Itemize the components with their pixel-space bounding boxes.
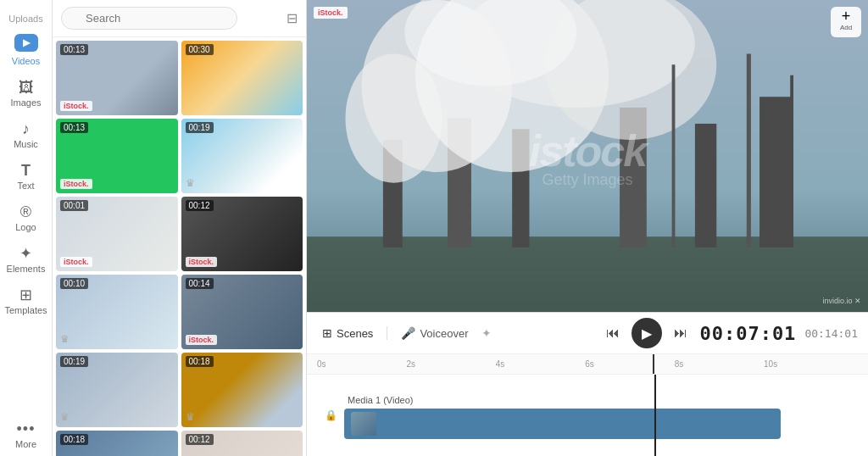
tab-separator — [387, 326, 387, 340]
list-item[interactable]: 00:13 iStock. — [56, 119, 178, 193]
istock-badge: iStock. — [60, 257, 92, 267]
sidebar-item-music[interactable]: ♪ Music — [0, 114, 52, 156]
video-duration: 00:13 — [60, 122, 88, 133]
video-duration: 00:19 — [186, 122, 214, 133]
ruler-mark-0s: 0s — [317, 359, 326, 369]
videos-label: Videos — [12, 56, 40, 66]
video-grid: 00:13 iStock. 00:30 00:13 iStock. 00:19 … — [53, 37, 306, 456]
timeline-ruler: 0s 2s 4s 6s 8s 10s — [307, 354, 868, 375]
istock-preview-badge: iStock. — [314, 7, 348, 19]
elements-icon: ✦ — [19, 246, 32, 261]
skip-back-button[interactable]: ⏮ — [603, 322, 623, 344]
magic-wand-icon[interactable]: ✦ — [481, 326, 492, 340]
text-label: Text — [17, 181, 34, 191]
ruler-mark-2s: 2s — [406, 359, 415, 369]
crown-icon: ♛ — [60, 333, 70, 345]
video-duration: 00:30 — [186, 44, 214, 55]
ruler-marks: 0s 2s 4s 6s 8s 10s — [317, 359, 858, 369]
templates-icon: ⊞ — [19, 287, 32, 303]
add-label: Add — [840, 24, 852, 31]
ruler-playhead — [653, 354, 654, 374]
uploads-label: Uploads — [0, 7, 52, 27]
ruler-inner: 0s 2s 4s 6s 8s 10s — [317, 354, 858, 374]
video-duration: 00:13 — [60, 44, 88, 55]
skip-forward-button[interactable]: ⏭ — [670, 322, 691, 344]
ruler-mark-10s: 10s — [764, 359, 777, 369]
images-label: Images — [10, 97, 41, 108]
istock-badge: iStock. — [186, 257, 218, 267]
list-item[interactable]: 00:30 — [181, 41, 303, 115]
tab-scenes[interactable]: ⊞ Scenes — [317, 324, 378, 342]
search-wrapper: 🔍 — [61, 7, 281, 30]
sidebar-item-videos[interactable]: ▶ Videos — [0, 27, 52, 73]
crown-icon: ♛ — [186, 177, 195, 189]
sidebar-item-text[interactable]: T Text — [0, 156, 52, 197]
video-duration: 00:12 — [186, 434, 214, 445]
music-icon: ♪ — [22, 121, 30, 136]
voiceover-label: Voiceover — [420, 327, 468, 340]
crown-icon: ♛ — [186, 411, 195, 423]
video-duration: 00:01 — [60, 200, 88, 211]
video-duration: 00:12 — [186, 200, 214, 211]
track-content: Media 1 (Video) — [344, 375, 858, 456]
add-button[interactable]: + Add — [831, 7, 861, 37]
videos-icon: ▶ — [14, 34, 38, 52]
ruler-mark-4s: 4s — [496, 359, 505, 369]
search-input[interactable] — [61, 7, 237, 30]
invidio-badge: invidio.io ✕ — [822, 297, 861, 305]
timeline-area: ⊞ Scenes 🎤 Voiceover ✦ ⏮ ▶ ⏭ 00:07:01 00… — [307, 312, 868, 456]
play-button[interactable]: ▶ — [632, 318, 662, 348]
crown-icon: ♛ — [60, 411, 70, 423]
track-header: Media 1 (Video) — [344, 392, 858, 405]
list-item[interactable]: 00:10 ♛ — [56, 275, 178, 349]
sidebar-item-elements[interactable]: ✦ Elements — [0, 239, 52, 281]
list-item[interactable]: 00:19 ♛ — [56, 353, 178, 427]
video-duration: 00:14 — [186, 278, 214, 289]
svg-rect-7 — [760, 97, 792, 247]
music-label: Music — [14, 139, 38, 149]
images-icon: 🖼 — [19, 80, 34, 95]
sidebar-item-images[interactable]: 🖼 Images — [0, 73, 52, 114]
logo-icon: ® — [20, 204, 31, 220]
istock-badge: iStock. — [60, 101, 92, 111]
list-item[interactable]: 00:18 — [56, 431, 178, 456]
media-panel: 🔍 ⊟ 00:13 iStock. 00:30 00:13 iStock. 00… — [53, 0, 307, 456]
filter-icon[interactable]: ⊟ — [287, 10, 298, 26]
svg-rect-1 — [307, 236, 868, 312]
preview-area: iStock. + Add istock Getty Images invidi… — [307, 0, 868, 312]
preview-video: iStock. + Add istock Getty Images invidi… — [307, 0, 868, 312]
list-item[interactable]: 00:01 iStock. — [56, 197, 178, 271]
list-item[interactable]: 00:14 iStock. — [181, 275, 303, 349]
more-icon: ••• — [17, 421, 36, 437]
sidebar-nav: Uploads ▶ Videos 🖼 Images ♪ Music T Text… — [0, 0, 53, 456]
add-plus-icon: + — [842, 8, 851, 24]
istock-badge: iStock. — [186, 335, 218, 345]
total-timecode: 00:14:01 — [804, 327, 858, 340]
timeline-controls: ⊞ Scenes 🎤 Voiceover ✦ ⏮ ▶ ⏭ 00:07:01 00… — [307, 313, 868, 354]
current-timecode: 00:07:01 — [699, 323, 796, 344]
search-bar: 🔍 ⊟ — [53, 0, 306, 37]
list-item[interactable]: 00:19 ♛ — [181, 119, 303, 193]
tab-voiceover[interactable]: 🎤 Voiceover — [396, 324, 473, 342]
more-label: More — [15, 439, 36, 449]
track-bar[interactable] — [344, 409, 781, 439]
logo-label: Logo — [15, 222, 36, 232]
scenes-icon: ⊞ — [322, 326, 332, 340]
ruler-mark-8s: 8s — [675, 359, 684, 369]
list-item[interactable]: 00:12 iStock. — [181, 197, 303, 271]
sidebar-item-templates[interactable]: ⊞ Templates — [0, 281, 52, 322]
sidebar-item-more[interactable]: ••• More — [0, 414, 52, 456]
list-item[interactable]: 00:12 — [181, 431, 303, 456]
ruler-mark-6s: 6s — [585, 359, 594, 369]
elements-label: Elements — [7, 264, 46, 274]
templates-label: Templates — [4, 305, 47, 315]
list-item[interactable]: 00:18 ♛ — [181, 353, 303, 427]
watermark-sub: Getty Images — [542, 171, 632, 189]
svg-rect-6 — [695, 124, 716, 247]
list-item[interactable]: 00:13 iStock. — [56, 41, 178, 115]
scenes-label: Scenes — [337, 327, 373, 340]
video-duration: 00:18 — [60, 434, 88, 445]
video-duration: 00:19 — [60, 356, 88, 367]
main-area: iStock. + Add istock Getty Images invidi… — [307, 0, 868, 456]
sidebar-item-logo[interactable]: ® Logo — [0, 197, 52, 239]
